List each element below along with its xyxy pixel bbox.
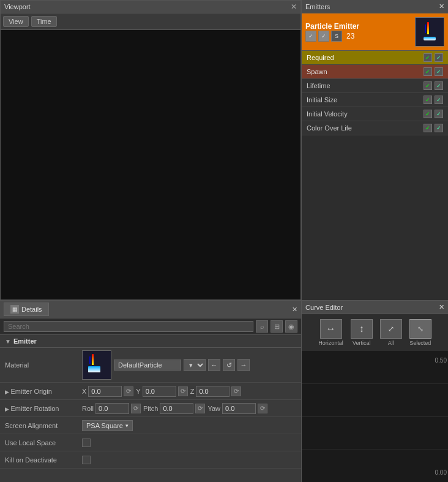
- module-check1[interactable]: ✓: [424, 53, 432, 62]
- module-item-initial-velocity[interactable]: Initial Velocity ✓ ✓: [302, 107, 448, 121]
- search-magnifier-button[interactable]: ⌕: [256, 320, 268, 333]
- module-list: Required ✓ ✓ Spawn ✓ ✓ Lifetime ✓ ✓: [302, 51, 448, 300]
- pe-icons: ✓ ✓ S 23: [305, 31, 411, 42]
- curve-toolbar: ↔ Horizontal ↕ Vertical ⤢ All ⤡ Selected: [302, 314, 448, 351]
- module-item-lifetime[interactable]: Lifetime ✓ ✓: [302, 79, 448, 93]
- search-bar: ⌕ ⊞ ◉: [0, 318, 301, 335]
- details-close-button[interactable]: ✕: [292, 306, 297, 314]
- viewport-panel: Viewport ✕ View Time EmittersPane → Modu…: [0, 0, 301, 300]
- module-lifetime-check2[interactable]: ✓: [435, 81, 443, 90]
- curve-btn-horizontal[interactable]: ↔ Horizontal: [316, 318, 346, 347]
- curve-grid: [302, 351, 448, 482]
- horizontal-label: Horizontal: [318, 340, 343, 346]
- module-lifetime-check1[interactable]: ✓: [424, 81, 432, 90]
- module-spawn-check1[interactable]: ✓: [424, 67, 432, 76]
- rotation-yaw-input[interactable]: [222, 403, 256, 414]
- module-name-initial-size: Initial Size: [307, 96, 337, 104]
- emitter-origin-row: ▶ Emitter Origin X ⟳ Y ⟳ Z: [0, 383, 301, 400]
- emitter-rotation-content: Roll ⟳ Pitch ⟳ Yaw ⟳: [82, 403, 296, 414]
- curve-editor-title: Curve Editor: [305, 304, 343, 311]
- emitters-close-button[interactable]: ✕: [439, 2, 444, 10]
- rotation-roll-input[interactable]: [95, 403, 129, 414]
- screen-alignment-dropdown[interactable]: PSA Square ▾: [82, 420, 133, 431]
- details-tab[interactable]: ▦ Details: [4, 303, 49, 316]
- viewport-close-button[interactable]: ✕: [291, 2, 297, 11]
- material-back-button[interactable]: ←: [208, 359, 220, 371]
- kill-on-deactivate-label: Kill on Deactivate: [5, 456, 78, 464]
- origin-z-label: Z: [190, 388, 195, 395]
- time-button[interactable]: Time: [31, 16, 57, 27]
- module-spawn-check2[interactable]: ✓: [435, 67, 443, 76]
- origin-collapse-arrow[interactable]: ▶: [5, 389, 11, 395]
- use-local-space-row: Use Local Space: [0, 434, 301, 451]
- module-item-required[interactable]: Required ✓ ✓: [302, 51, 448, 65]
- origin-x-input[interactable]: [88, 386, 122, 397]
- curve-btn-all[interactable]: ⤢ All: [378, 318, 405, 347]
- rotation-yaw-arrow[interactable]: ⟳: [258, 404, 267, 413]
- material-content: ▾ ← ↺ →: [82, 350, 296, 380]
- rotation-collapse-arrow[interactable]: ▶: [5, 406, 11, 412]
- module-col-check1[interactable]: ✓: [424, 124, 432, 132]
- origin-z-input[interactable]: [196, 386, 230, 397]
- kill-on-deactivate-content: [82, 456, 296, 464]
- curve-editor-close-button[interactable]: ✕: [439, 303, 444, 311]
- curve-btn-selected[interactable]: ⤡ Selected: [407, 318, 434, 347]
- search-eye-button[interactable]: ◉: [285, 320, 297, 333]
- emitter-origin-label: ▶ Emitter Origin: [5, 388, 78, 395]
- module-item-initial-size[interactable]: Initial Size ✓ ✓: [302, 93, 448, 107]
- module-item-color-over-life[interactable]: Color Over Life ✓ ✓: [302, 121, 448, 135]
- screen-alignment-arrow: ▾: [125, 423, 129, 429]
- use-local-space-label: Use Local Space: [5, 439, 78, 446]
- material-name-input[interactable]: [114, 360, 181, 371]
- rotation-roll-label: Roll: [82, 405, 94, 412]
- rotation-roll-arrow[interactable]: ⟳: [131, 404, 141, 413]
- origin-y-label: Y: [136, 388, 140, 395]
- emitter-section-header[interactable]: ▼ Emitter: [0, 335, 301, 348]
- pe-icon-check1[interactable]: ✓: [305, 31, 316, 42]
- origin-x-label: X: [82, 388, 86, 395]
- module-col-check2[interactable]: ✓: [435, 124, 443, 132]
- kill-on-deactivate-checkbox[interactable]: [82, 456, 91, 464]
- material-label: Material: [5, 361, 78, 369]
- pe-icon-s[interactable]: S: [331, 31, 342, 42]
- curve-canvas: 0.50 0.00: [302, 351, 448, 482]
- rotation-pitch-arrow[interactable]: ⟳: [195, 404, 205, 413]
- origin-y-input[interactable]: [143, 386, 176, 397]
- origin-x-arrow[interactable]: ⟳: [124, 386, 133, 396]
- material-go-button[interactable]: →: [237, 359, 250, 371]
- pe-thumbnail: [415, 17, 444, 47]
- module-check2[interactable]: ✓: [435, 53, 443, 62]
- emitters-header: Emitters ✕: [302, 0, 448, 13]
- search-grid-button[interactable]: ⊞: [271, 320, 283, 333]
- material-refresh-button[interactable]: ↺: [223, 359, 235, 371]
- pe-count: 23: [346, 32, 354, 40]
- rotation-roll-field: Roll ⟳: [82, 403, 141, 414]
- view-button[interactable]: View: [3, 16, 29, 27]
- module-isize-check2[interactable]: ✓: [435, 96, 443, 104]
- module-checks-spawn: ✓ ✓: [424, 67, 443, 76]
- module-item-spawn[interactable]: Spawn ✓ ✓: [302, 65, 448, 79]
- rotation-pitch-input[interactable]: [160, 403, 193, 414]
- module-checks-required: ✓ ✓: [424, 53, 443, 62]
- search-icons: ⌕ ⊞ ◉: [256, 320, 297, 333]
- horizontal-icon: ↔: [320, 319, 342, 339]
- origin-y-arrow[interactable]: ⟳: [178, 386, 188, 396]
- all-label: All: [388, 340, 394, 346]
- origin-z-arrow[interactable]: ⟳: [231, 386, 241, 396]
- search-input[interactable]: [4, 321, 253, 332]
- module-name-spawn: Spawn: [307, 68, 327, 75]
- emitter-rotation-row: ▶ Emitter Rotation Roll ⟳ Pitch ⟳: [0, 400, 301, 417]
- module-name-required: Required: [307, 54, 334, 61]
- module-isize-check1[interactable]: ✓: [424, 96, 432, 104]
- particle-emitter-block[interactable]: Particle Emitter ✓ ✓ S 23: [302, 13, 448, 51]
- screen-alignment-row: Screen Alignment PSA Square ▾: [0, 417, 301, 434]
- module-ivel-check1[interactable]: ✓: [424, 110, 432, 118]
- module-ivel-check2[interactable]: ✓: [435, 110, 443, 118]
- material-dropdown[interactable]: ▾: [184, 359, 206, 371]
- curve-btn-vertical[interactable]: ↕ Vertical: [348, 318, 375, 347]
- use-local-space-checkbox[interactable]: [82, 439, 91, 447]
- details-tab-label: Details: [21, 306, 42, 313]
- pe-icon-check2[interactable]: ✓: [318, 31, 329, 42]
- emitters-title: Emitters: [305, 3, 330, 10]
- section-collapse-arrow[interactable]: ▼: [5, 338, 11, 345]
